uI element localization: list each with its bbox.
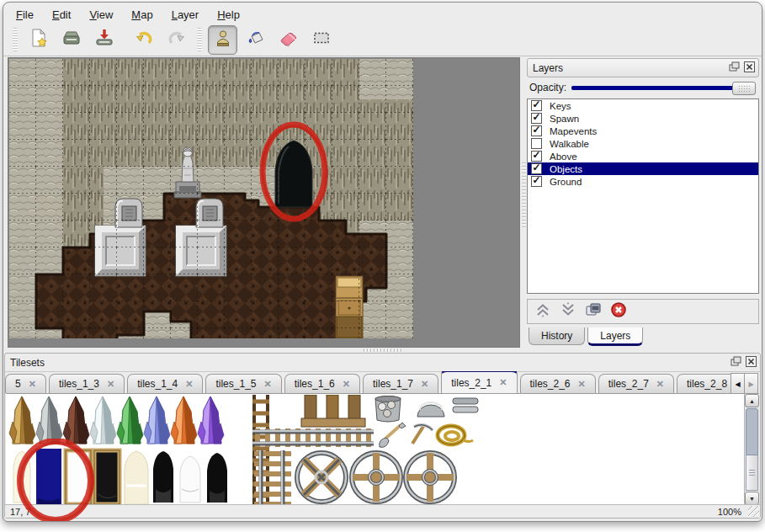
redo-button[interactable] [162, 25, 191, 55]
layer-row-spawn[interactable]: ✓Spawn [528, 112, 758, 125]
tilesets-title: Tilesets [5, 357, 730, 369]
tab-close-icon[interactable]: ✕ [656, 379, 664, 390]
menubar: FileEditViewMapLayerHelp [8, 5, 247, 24]
horizontal-splitter-grip[interactable] [364, 348, 402, 352]
crystal-tile-1[interactable] [9, 396, 35, 444]
vertical-splitter[interactable] [521, 57, 527, 348]
scroll-right-icon[interactable]: ▶ [745, 373, 758, 395]
tileset-tab-tiles_2_8[interactable]: tiles_2_8✕ [677, 374, 731, 393]
layer-list[interactable]: ✓Keys✓Spawn✓MapeventsWalkable✓Above✓Obje… [527, 98, 759, 294]
vertical-splitter-grip[interactable] [522, 162, 526, 230]
tab-close-icon[interactable]: ✕ [263, 379, 271, 390]
scroll-up-icon[interactable]: ▲ [745, 394, 759, 407]
tileset-tab-5[interactable]: 5✕ [5, 374, 46, 393]
tab-close-icon[interactable]: ✕ [578, 379, 586, 390]
tileset-content[interactable]: ▲ ▼ [6, 393, 759, 505]
tileset-tab-tiles_2_1[interactable]: tiles_2_1✕ [441, 371, 517, 393]
toolbar-handle-2[interactable] [197, 28, 202, 51]
resize-grip[interactable] [748, 506, 759, 517]
scrollbar-grip[interactable] [746, 455, 758, 491]
delete-layer-button[interactable] [608, 301, 629, 322]
tab-close-icon[interactable]: ✕ [421, 379, 428, 390]
tileset-tab-tiles_2_6[interactable]: tiles_2_6✕ [520, 374, 596, 393]
undo-icon [134, 28, 154, 51]
layer-visibility-checkbox[interactable]: ✓ [531, 163, 542, 174]
tab-close-icon[interactable]: ✕ [185, 379, 193, 390]
layer-visibility-checkbox[interactable]: ✓ [531, 113, 542, 124]
save-button[interactable] [89, 25, 119, 55]
menu-item-file[interactable]: File [8, 7, 41, 23]
select-tool-button[interactable] [306, 25, 336, 55]
tilesets-float-button[interactable] [730, 357, 741, 369]
new-file-icon [29, 28, 49, 51]
crystal-tile-3[interactable] [63, 396, 89, 444]
tileset-canvas[interactable] [8, 395, 732, 505]
layer-row-mapevents[interactable]: ✓Mapevents [528, 125, 758, 137]
toolbar-handle[interactable] [13, 28, 18, 51]
undo-button[interactable] [129, 25, 158, 55]
layer-visibility-checkbox[interactable]: ✓ [531, 151, 542, 162]
tilesets-close-button[interactable] [745, 357, 757, 369]
tileset-tab-tiles_1_3[interactable]: tiles_1_3✕ [49, 374, 125, 393]
tab-close-icon[interactable]: ✕ [343, 379, 350, 390]
menu-item-map[interactable]: Map [124, 7, 160, 23]
crystal-tile-2[interactable] [36, 396, 62, 444]
map-canvas[interactable] [9, 59, 413, 338]
eraser-tool-button[interactable] [274, 25, 303, 55]
layer-visibility-checkbox[interactable]: ✓ [531, 100, 542, 111]
menu-item-edit[interactable]: Edit [45, 7, 78, 23]
tileset-tab-tiles_1_5[interactable]: tiles_1_5✕ [205, 374, 281, 393]
tileset-tab-tiles_1_7[interactable]: tiles_1_7✕ [363, 374, 438, 393]
barrel-tile[interactable] [375, 396, 401, 423]
layer-row-ground[interactable]: ✓Ground [528, 175, 758, 188]
selected-navy-tile[interactable] [36, 449, 61, 505]
layer-row-objects[interactable]: ✓Objects [528, 162, 758, 175]
tab-close-icon[interactable]: ✕ [499, 377, 507, 388]
tileset-tab-scroll: ◀ ▶ [730, 373, 758, 393]
menu-item-help[interactable]: Help [210, 7, 247, 23]
map-viewport[interactable] [8, 57, 520, 348]
tileset-tab-tiles_2_7[interactable]: tiles_2_7✕ [598, 374, 674, 393]
opacity-slider[interactable] [571, 81, 756, 94]
close-panel-button[interactable] [743, 62, 755, 74]
move-layer-down-button[interactable] [558, 301, 578, 322]
dock-tab-layers[interactable]: Layers [587, 327, 643, 346]
scrollbar-thumb[interactable] [746, 408, 758, 455]
layer-visibility-checkbox[interactable] [531, 138, 542, 149]
dock-tab-history[interactable]: History [529, 327, 585, 345]
menu-item-layer[interactable]: Layer [164, 7, 207, 23]
tab-close-icon[interactable]: ✕ [107, 379, 114, 390]
crystal-tile-5[interactable] [117, 396, 143, 444]
crystal-tile-8[interactable] [198, 396, 224, 444]
stamp-tool-button[interactable] [208, 25, 237, 55]
stamp-tool-icon [213, 28, 233, 51]
tileset-scrollbar[interactable]: ▲ ▼ [744, 394, 759, 505]
scroll-left-icon[interactable]: ◀ [730, 373, 745, 395]
statusbar: 17, 7 100% [5, 504, 760, 518]
tileset-tab-tiles_1_6[interactable]: tiles_1_6✕ [284, 374, 360, 393]
delete-icon [610, 301, 627, 322]
opacity-slider-track[interactable] [571, 86, 756, 90]
crystal-tile-6[interactable] [144, 396, 170, 444]
duplicate-layer-button[interactable] [583, 301, 603, 322]
new-file-button[interactable] [24, 25, 53, 55]
float-panel-button[interactable] [728, 62, 740, 74]
open-button[interactable] [56, 25, 86, 55]
tool-sprites[interactable] [380, 423, 473, 447]
layer-visibility-checkbox[interactable]: ✓ [531, 176, 542, 187]
scroll-down-icon[interactable]: ▼ [745, 492, 759, 505]
tileset-tab-tiles_1_4[interactable]: tiles_1_4✕ [127, 374, 203, 393]
fill-tool-button[interactable] [241, 25, 270, 55]
menu-item-view[interactable]: View [82, 7, 120, 23]
move-layer-up-button[interactable] [533, 301, 553, 322]
dome-tile[interactable] [417, 402, 444, 417]
tab-close-icon[interactable]: ✕ [29, 379, 36, 390]
layer-row-above[interactable]: ✓Above [528, 150, 758, 162]
map-grid [9, 59, 413, 338]
layer-row-keys[interactable]: ✓Keys [528, 99, 758, 112]
crystal-tile-4[interactable] [90, 396, 116, 444]
layer-row-walkable[interactable]: Walkable [528, 137, 758, 150]
opacity-slider-handle[interactable] [732, 82, 756, 95]
crystal-tile-7[interactable] [171, 396, 197, 444]
layer-visibility-checkbox[interactable]: ✓ [531, 125, 542, 136]
